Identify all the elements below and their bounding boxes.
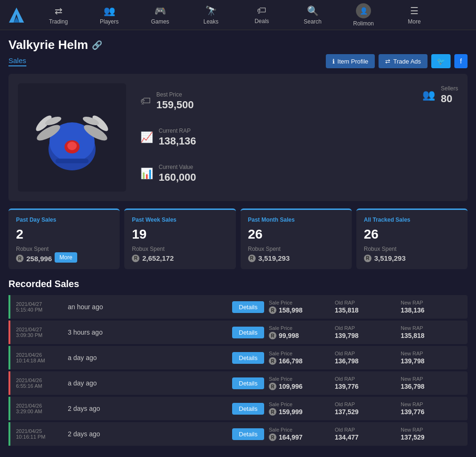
past-month-spent-label: Robux Spent [248,246,344,252]
search-label: Search [304,18,322,25]
item-stats-right: 👥 Sellers 80 [422,83,458,192]
link-icon[interactable]: 🔗 [92,40,102,50]
past-day-count: 2 [16,227,112,242]
summary-card-past-month: Past Month Sales 26 Robux Spent R 3,519,… [241,208,352,269]
sale-price-label: Sale Price [269,325,330,331]
value-label: Current Value [159,164,196,170]
sale-time-ago: 2 days ago [68,430,227,438]
info-icon: ℹ [332,58,335,65]
sale-price-col: Sale Price R 99,998 [269,325,330,339]
sale-date: 2021/04/26 3:29:00 AM [16,403,63,414]
details-button[interactable]: Details [232,403,264,415]
sale-time-ago: 3 hours ago [68,329,227,336]
new-rap-label: New RAP [401,401,462,407]
sellers-icon: 👥 [422,89,435,101]
new-rap-col: New RAP 139,776 [401,401,462,416]
trading-icon: ⇄ [55,5,63,16]
item-name: Valkyrie Helm [8,38,88,52]
leaks-icon: 🔭 [205,5,217,16]
navbar: ⇄ Trading 👥 Players 🎮 Games 🔭 Leaks 🏷 De… [0,0,476,30]
rolimon-label: Rolimon [353,20,374,27]
tab-sales[interactable]: Sales [8,56,26,66]
old-rap-col: Old RAP 139,798 [335,325,396,339]
sellers-row: 👥 Sellers 80 [422,85,458,105]
facebook-button[interactable]: f [454,54,468,68]
details-button[interactable]: Details [232,352,264,364]
sellers-label: Sellers [441,85,458,92]
old-rap-col: Old RAP 134,477 [335,427,396,441]
old-rap-col: Old RAP 137,529 [335,401,396,416]
summary-card-past-week: Past Week Sales 19 Robux Spent R 2,652,1… [124,208,235,269]
page-content: Valkyrie Helm 🔗 Sales ℹ Item Profile ⇄ T… [0,30,476,455]
sale-price-value: R 158,998 [269,306,330,314]
nav-item-games[interactable]: 🎮 Games [135,0,186,30]
sale-time-ago: a day ago [68,379,227,387]
old-rap-label: Old RAP [335,325,396,331]
robux-icon-0: R [16,255,24,262]
trade-icon: ⇄ [385,58,390,65]
sale-price-label: Sale Price [269,300,330,305]
robux-icon: R [269,433,276,441]
tab-actions: ℹ Item Profile ⇄ Trade Ads 🐦 f [326,54,468,68]
sale-date: 2021/04/26 10:14:18 AM [16,352,63,363]
past-day-more-button[interactable]: More [55,252,77,263]
table-row: 2021/04/26 10:14:18 AM a day ago Details… [8,346,468,369]
item-image [18,83,126,192]
sale-price-col: Sale Price R 109,996 [269,376,330,390]
sale-date: 2021/04/26 6:55:16 AM [16,377,63,389]
sale-time-ago: 2 days ago [68,405,227,412]
sale-price-value: R 164,997 [269,433,330,441]
nav-item-deals[interactable]: 🏷 Deals [236,0,287,30]
best-price-value: 159,500 [156,99,194,111]
nav-item-rolimon[interactable]: 👤 Rolimon [338,0,389,30]
sale-price-col: Sale Price R 164,997 [269,427,330,441]
value-icon: 📊 [140,168,153,180]
best-price-label: Best Price [156,91,194,98]
nav-item-search[interactable]: 🔍 Search [287,0,338,30]
robux-icon: R [269,306,276,314]
players-icon: 👥 [104,5,115,16]
rap-content: Current RAP 138,136 [159,128,196,147]
twitter-button[interactable]: 🐦 [431,54,451,68]
summary-card-past-day: Past Day Sales 2 Robux Spent R 258,996 M… [8,208,120,269]
item-tabs-row: Sales ℹ Item Profile ⇄ Trade Ads 🐦 f [8,54,468,68]
more-icon: ☰ [410,5,419,16]
details-button[interactable]: Details [232,377,264,389]
nav-items: ⇄ Trading 👥 Players 🎮 Games 🔭 Leaks 🏷 De… [33,0,476,30]
details-button[interactable]: Details [232,428,264,440]
all-tracked-count: 26 [364,227,460,242]
past-week-count: 19 [132,227,228,242]
trade-ads-button[interactable]: ⇄ Trade Ads [379,54,428,68]
new-rap-label: New RAP [401,300,462,305]
sale-price-label: Sale Price [269,427,330,433]
nav-item-leaks[interactable]: 🔭 Leaks [186,0,236,30]
old-rap-label: Old RAP [335,427,396,433]
old-rap-col: Old RAP 139,776 [335,376,396,390]
sale-price-col: Sale Price R 158,998 [269,300,330,314]
nav-item-more[interactable]: ☰ More [389,0,440,30]
details-button[interactable]: Details [232,301,264,313]
past-day-spent-value: R 258,996 More [16,254,112,263]
new-rap-value: 139,776 [401,408,462,416]
item-profile-button[interactable]: ℹ Item Profile [326,54,375,68]
nav-item-trading[interactable]: ⇄ Trading [33,0,84,30]
twitter-icon: 🐦 [437,57,445,65]
sale-price-col: Sale Price R 159,999 [269,401,330,416]
past-week-title: Past Week Sales [132,216,228,223]
new-rap-value: 137,529 [401,433,462,441]
new-rap-label: New RAP [401,427,462,433]
old-rap-value: 135,818 [335,306,396,314]
nav-item-players[interactable]: 👥 Players [84,0,135,30]
leaks-label: Leaks [203,18,218,25]
old-rap-value: 139,798 [335,332,396,339]
more-label: More [408,18,420,25]
robux-icon-1: R [132,255,139,262]
rap-value: 138,136 [159,135,196,147]
table-row: 2021/04/26 6:55:16 AM a day ago Details … [8,371,468,395]
summary-card-all-tracked: All Tracked Sales 26 Robux Spent R 3,519… [356,208,468,269]
sale-price-value: R 166,798 [269,357,330,365]
logo[interactable] [0,6,33,24]
past-day-spent-label: Robux Spent [16,246,112,252]
best-price-content: Best Price 159,500 [156,91,194,111]
details-button[interactable]: Details [232,327,264,338]
